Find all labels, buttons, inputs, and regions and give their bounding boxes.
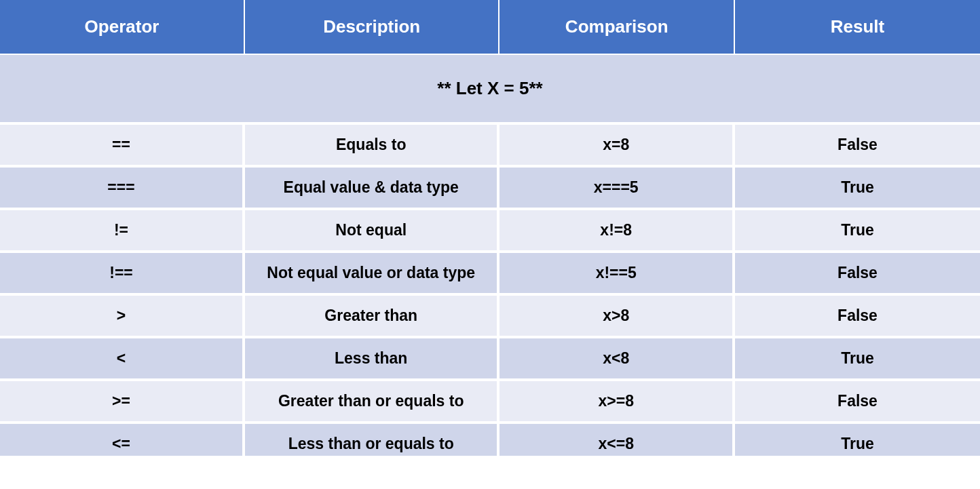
subtitle-text: ** Let X = 5** xyxy=(0,55,980,125)
header-operator: Operator xyxy=(0,0,245,55)
cell-comparison: x<8 xyxy=(500,338,735,381)
cell-operator: <= xyxy=(0,424,245,456)
cell-description: Equals to xyxy=(245,125,500,168)
cell-description: Greater than or equals to xyxy=(245,381,500,424)
cell-description: Equal value & data type xyxy=(245,168,500,210)
cell-description: Less than or equals to xyxy=(245,424,500,456)
cell-description: Not equal xyxy=(245,210,500,253)
cell-operator: >= xyxy=(0,381,245,424)
cell-comparison: x!==5 xyxy=(500,253,735,296)
cell-description: Less than xyxy=(245,338,500,381)
cell-operator: == xyxy=(0,125,245,168)
cell-result: True xyxy=(735,168,980,210)
cell-operator: !== xyxy=(0,253,245,296)
cell-result: False xyxy=(735,253,980,296)
table-header-row: Operator Description Comparison Result xyxy=(0,0,980,55)
header-comparison: Comparison xyxy=(500,0,735,55)
cell-comparison: x>=8 xyxy=(500,381,735,424)
table-row: !== Not equal value or data type x!==5 F… xyxy=(0,253,980,296)
comparison-operators-table: Operator Description Comparison Result *… xyxy=(0,0,980,456)
cell-comparison: x<=8 xyxy=(500,424,735,456)
cell-description: Greater than xyxy=(245,296,500,338)
cell-comparison: x>8 xyxy=(500,296,735,338)
table-row: >= Greater than or equals to x>=8 False xyxy=(0,381,980,424)
cell-result: True xyxy=(735,210,980,253)
header-result: Result xyxy=(735,0,980,55)
cell-result: True xyxy=(735,338,980,381)
cell-result: False xyxy=(735,125,980,168)
cell-comparison: x===5 xyxy=(500,168,735,210)
cell-operator: != xyxy=(0,210,245,253)
table-row: <= Less than or equals to x<=8 True xyxy=(0,424,980,456)
table-row: == Equals to x=8 False xyxy=(0,125,980,168)
table-row: != Not equal x!=8 True xyxy=(0,210,980,253)
table-body: ** Let X = 5** == Equals to x=8 False ==… xyxy=(0,55,980,456)
subtitle-row: ** Let X = 5** xyxy=(0,55,980,125)
cell-result: False xyxy=(735,381,980,424)
cell-comparison: x=8 xyxy=(500,125,735,168)
cell-result: True xyxy=(735,424,980,456)
cell-description: Not equal value or data type xyxy=(245,253,500,296)
cell-operator: < xyxy=(0,338,245,381)
header-description: Description xyxy=(245,0,500,55)
table-row: === Equal value & data type x===5 True xyxy=(0,168,980,210)
cell-comparison: x!=8 xyxy=(500,210,735,253)
cell-result: False xyxy=(735,296,980,338)
table-row: < Less than x<8 True xyxy=(0,338,980,381)
cell-operator: === xyxy=(0,168,245,210)
table-row: > Greater than x>8 False xyxy=(0,296,980,338)
cell-operator: > xyxy=(0,296,245,338)
